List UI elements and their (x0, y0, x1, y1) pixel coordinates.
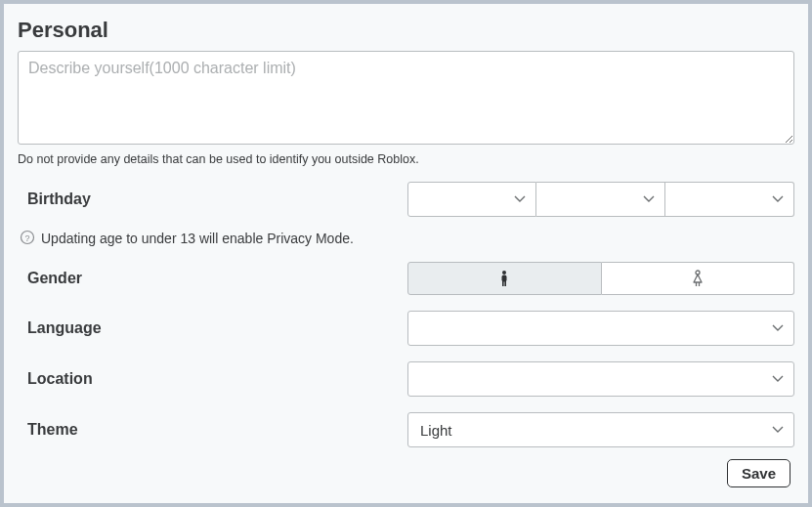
birthday-year-select[interactable] (665, 182, 794, 217)
svg-text:?: ? (24, 233, 29, 243)
section-title-personal: Personal (18, 18, 794, 43)
row-birthday: Birthday (18, 182, 794, 217)
label-language: Language (18, 319, 407, 337)
row-gender: Gender (18, 262, 794, 295)
male-icon (498, 270, 510, 287)
chevron-down-icon (643, 195, 655, 203)
theme-select[interactable]: Light (407, 412, 794, 447)
chevron-down-icon (772, 324, 784, 332)
bio-textarea[interactable] (18, 51, 794, 145)
birthday-notice: ? Updating age to under 13 will enable P… (18, 231, 794, 246)
svg-rect-5 (505, 281, 507, 286)
row-location: Location (18, 361, 794, 397)
label-location: Location (18, 370, 407, 388)
save-row: Save (727, 459, 791, 487)
birthday-controls (407, 182, 794, 217)
chevron-down-icon (514, 195, 526, 203)
birthday-month-select[interactable] (407, 182, 536, 217)
chevron-down-icon (772, 426, 784, 434)
bio-helper-text: Do not provide any details that can be u… (18, 152, 794, 166)
chevron-down-icon (772, 195, 784, 203)
female-icon (691, 270, 705, 287)
label-theme: Theme (18, 421, 407, 439)
chevron-down-icon (772, 375, 784, 383)
language-select[interactable] (407, 311, 794, 346)
personal-settings-panel: Personal Do not provide any details that… (4, 4, 808, 503)
svg-rect-4 (502, 281, 504, 286)
theme-value: Light (420, 422, 452, 439)
gender-male-button[interactable] (407, 262, 602, 295)
svg-point-2 (502, 271, 506, 275)
row-language: Language (18, 311, 794, 346)
label-birthday: Birthday (18, 190, 407, 208)
save-button[interactable]: Save (727, 459, 791, 487)
birthday-notice-text: Updating age to under 13 will enable Pri… (41, 231, 354, 246)
gender-toggle-group (407, 262, 794, 295)
gender-female-button[interactable] (602, 262, 795, 295)
label-gender: Gender (18, 270, 407, 287)
location-select[interactable] (407, 361, 794, 397)
birthday-day-select[interactable] (536, 182, 665, 217)
svg-rect-3 (502, 275, 507, 282)
info-icon: ? (20, 230, 35, 245)
row-theme: Theme Light (18, 412, 794, 447)
